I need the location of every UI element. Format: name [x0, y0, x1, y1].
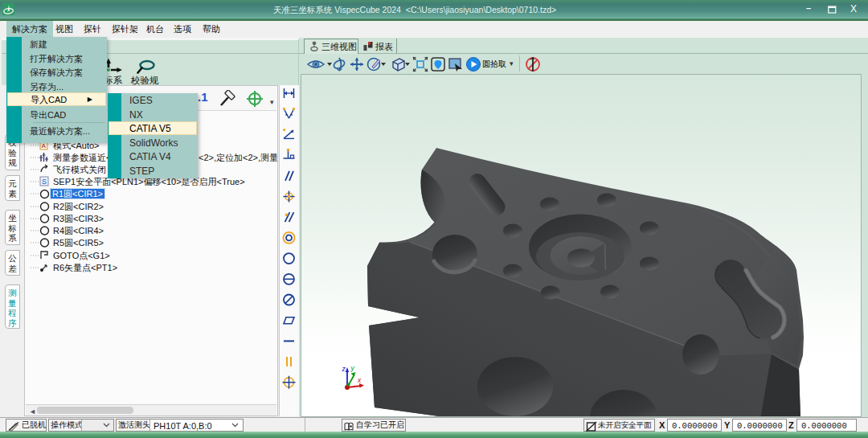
svg-text:A: A — [42, 142, 47, 149]
svg-text:z: z — [342, 365, 346, 373]
svg-text:S: S — [42, 178, 47, 186]
svg-text:y: y — [350, 364, 355, 372]
svg-text:x: x — [357, 376, 362, 384]
